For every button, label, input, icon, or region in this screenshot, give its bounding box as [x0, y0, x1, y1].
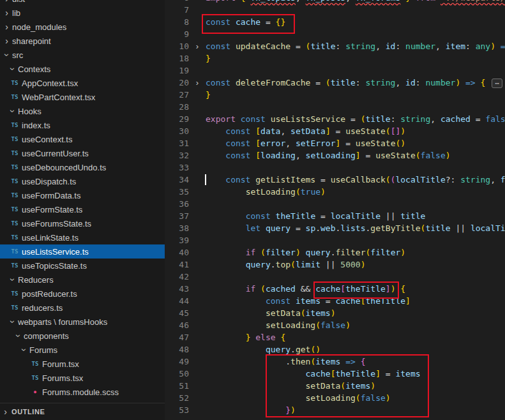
code-token: ( — [290, 260, 296, 269]
tree-folder-sharepoint[interactable]: ›sharepoint — [0, 34, 165, 48]
code-line-28[interactable]: 28 — [165, 101, 505, 113]
code-token — [411, 0, 416, 3]
code-line-44[interactable]: 44 const items = cache[theTitle] — [165, 295, 505, 307]
tree-file-reducers-ts[interactable]: TSreducers.ts — [0, 301, 165, 315]
tree-file-useformdata-ts[interactable]: TSuseFormData.ts — [0, 188, 165, 202]
tree-item-label: Forums.module.scss — [42, 387, 119, 397]
code-token — [485, 78, 490, 87]
code-line-49[interactable]: 49 .then(items => { — [165, 356, 505, 368]
tree-file-uselinkstate-ts[interactable]: TSuseLinkState.ts — [0, 230, 165, 244]
code-line-9[interactable]: 9 — [165, 28, 505, 40]
code-line-40[interactable]: 40 if (filter) query.filter(filter) — [165, 246, 505, 259]
code-line-52[interactable]: 52 setLoading(false) — [165, 392, 505, 404]
code-line-46[interactable]: 46 setLoading(false) — [165, 319, 505, 331]
tree-file-webpartcontext-tsx[interactable]: TSWebPartContext.tsx — [0, 90, 165, 104]
code-line-37[interactable]: 37 const theTitle = localTitle || title — [165, 210, 505, 222]
outline-section[interactable]: › OUTLINE — [0, 403, 165, 420]
code-line-43[interactable]: 43 if (cached && cache[theTitle]) { — [165, 283, 505, 295]
code-token: . — [271, 260, 276, 269]
tree-file-forum-tsx[interactable]: TSForum.tsx — [0, 357, 165, 371]
tree-file-usetopicsstate-ts[interactable]: TSuseTopicsState.ts — [0, 259, 165, 273]
code-line-50[interactable]: 50 cache[theTitle] = items — [165, 368, 505, 380]
code-line-41[interactable]: 41 query.top(limit || 5000) — [165, 259, 505, 271]
code-line-38[interactable]: 38 let query = sp.web.lists.getByTitle(t… — [165, 222, 505, 234]
code-line-text: }) — [206, 405, 296, 415]
fold-chevron-icon[interactable]: › — [189, 40, 206, 52]
code-line-7[interactable]: 7 — [165, 4, 505, 16]
code-line-19[interactable]: 19 — [165, 64, 505, 77]
code-token — [206, 260, 246, 269]
code-token: getListItems — [255, 175, 315, 184]
code-token — [230, 78, 236, 87]
code-token — [206, 187, 246, 197]
tree-folder-src[interactable]: ›src — [0, 48, 165, 62]
tree-folder-hooks[interactable]: ›Hooks — [0, 104, 165, 118]
code-token — [400, 0, 405, 3]
tree-item-label: postReducer.ts — [22, 289, 77, 299]
code-line-33[interactable]: 33 — [165, 161, 505, 174]
tree-folder-webparts-forumshooks[interactable]: ›webparts \ forumsHooks — [0, 315, 165, 329]
code-token — [206, 175, 225, 184]
code-line-18[interactable]: 18} — [165, 52, 505, 64]
typescript-icon: TS — [9, 304, 20, 311]
folded-code-ellipsis[interactable]: ⋯ — [492, 79, 502, 88]
code-token: ] — [356, 151, 361, 160]
code-token — [290, 296, 296, 306]
tree-file-postreducer-ts[interactable]: TSpostReducer.ts — [0, 287, 165, 301]
code-line-30[interactable]: 30 const [data, setData] = useState([]) — [165, 125, 505, 137]
tree-file-useformstate-ts[interactable]: TSuseFormState.ts — [0, 202, 165, 216]
code-token — [230, 41, 236, 51]
tree-file-forums-tsx[interactable]: TSForums.tsx — [0, 371, 165, 385]
code-line-51[interactable]: 51 setData(items) — [165, 380, 505, 392]
code-line-45[interactable]: 45 setData(items) — [165, 307, 505, 319]
tree-file-usecurrentuser-ts[interactable]: TSuseCurrentUser.ts — [0, 146, 165, 160]
code-token: fn_topics — [250, 0, 295, 3]
code-line-34[interactable]: 34 const getListItems = useCallback((loc… — [165, 174, 505, 186]
code-line-39[interactable]: 39 — [165, 234, 505, 246]
code-line-31[interactable]: 31 const [error, setError] = useState() — [165, 137, 505, 149]
code-editor: 6import { fn_topics, fn_posts, fn_forums… — [165, 0, 505, 420]
fold-chevron-icon[interactable]: › — [189, 77, 206, 89]
code-line-text: const [data, setData] = useState([]) — [206, 126, 405, 136]
tree-file-appcontext-tsx[interactable]: TSAppContext.tsx — [0, 76, 165, 90]
code-token: [] — [391, 126, 401, 136]
code-token: const — [225, 139, 250, 148]
chevron-down-icon: › — [8, 318, 17, 326]
tree-folder-dist[interactable]: ›dist — [0, 0, 165, 6]
typescript-icon: TS — [9, 234, 20, 241]
tree-file-forums-module-scss[interactable]: ●Forums.module.scss — [0, 385, 165, 399]
typescript-icon: TS — [29, 375, 41, 381]
code-token: setLoading — [306, 151, 356, 160]
code-line-47[interactable]: 47 } else { — [165, 331, 505, 343]
line-number: 10 — [165, 41, 189, 51]
tree-file-usecontext-ts[interactable]: TSuseContext.ts — [0, 132, 165, 146]
tree-file-index-ts[interactable]: TSindex.ts — [0, 118, 165, 132]
code-line-35[interactable]: 35 setLoading(true) — [165, 186, 505, 198]
code-line-53[interactable]: 53 }) — [165, 404, 505, 416]
code-token: false — [421, 151, 446, 160]
tree-folder-reducers[interactable]: ›Reducers — [0, 273, 165, 287]
tree-file-usedebouncedundo-ts[interactable]: TSuseDebouncedUndo.ts — [0, 160, 165, 174]
code-token: = — [361, 151, 375, 160]
tree-folder-contexts[interactable]: ›Contexts — [0, 62, 165, 76]
tree-folder-forums[interactable]: ›Forums — [0, 343, 165, 357]
code-line-48[interactable]: 48 query.get() — [165, 343, 505, 356]
code-line-32[interactable]: 32 const [loading, setLoading] = useStat… — [165, 149, 505, 161]
code-line-42[interactable]: 42 — [165, 271, 505, 283]
code-line-20[interactable]: 20›const deleteFromCache = (title: strin… — [165, 77, 505, 89]
tree-file-useforumsstate-ts[interactable]: TSuseForumsState.ts — [0, 216, 165, 230]
chevron-down-icon: › — [14, 332, 23, 340]
tree-folder-lib[interactable]: ›lib — [0, 6, 165, 20]
code-line-36[interactable]: 36 — [165, 198, 505, 210]
code-line-10[interactable]: 10›const updateCache = (title: string, i… — [165, 40, 505, 52]
tree-folder-components[interactable]: ›components — [0, 329, 165, 343]
chevron-down-icon: › — [8, 107, 17, 116]
line-number: 34 — [165, 175, 189, 184]
tree-file-usedispatch-ts[interactable]: TSuseDispatch.ts — [0, 174, 165, 188]
code-line-29[interactable]: 29export const useListsService = (title:… — [165, 113, 505, 125]
tree-file-uselistsservice-ts[interactable]: TSuseListsService.ts — [0, 244, 165, 259]
code-line-8[interactable]: 8const cache = {} — [165, 16, 505, 28]
code-line-27[interactable]: 27} — [165, 89, 505, 101]
tree-item-label: webparts \ forumsHooks — [18, 317, 107, 327]
tree-folder-node-modules[interactable]: ›node_modules — [0, 20, 165, 34]
